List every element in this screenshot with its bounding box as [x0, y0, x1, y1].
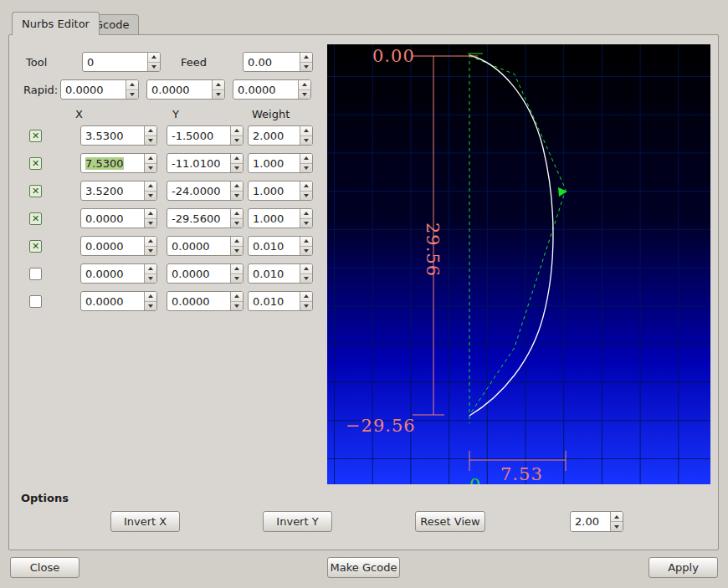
spin-down-button[interactable] — [145, 164, 156, 173]
spin-up-button[interactable] — [145, 237, 156, 247]
point-enabled-checkbox[interactable] — [29, 240, 42, 253]
spin-up-button[interactable] — [231, 154, 243, 164]
point-x-spinbox[interactable]: 3.5200 — [80, 181, 157, 201]
spin-down-button[interactable] — [145, 302, 156, 311]
spin-up-button[interactable] — [300, 209, 312, 219]
tool-spinbox[interactable]: 0 — [82, 52, 161, 72]
spin-up-button[interactable] — [300, 237, 312, 247]
point-enabled-checkbox[interactable] — [29, 185, 42, 197]
point-x-spinbox[interactable]: 0.0000 — [80, 263, 157, 284]
spin-down-button[interactable] — [231, 136, 243, 146]
spin-down-button[interactable] — [231, 302, 243, 311]
spin-up-button[interactable] — [145, 264, 156, 274]
dimension-width-label: 7.53 — [500, 464, 543, 484]
make-gcode-button[interactable]: Make Gcode — [327, 557, 400, 578]
spin-up-button[interactable] — [611, 512, 623, 522]
point-weight-spinbox[interactable]: 1.000 — [248, 181, 313, 201]
point-enabled-checkbox[interactable] — [29, 212, 42, 225]
feed-value: 0.00 — [248, 56, 272, 69]
spin-down-button[interactable] — [145, 274, 156, 284]
point-y-spinbox[interactable]: 0.0000 — [167, 236, 244, 256]
spin-down-button[interactable] — [145, 247, 156, 256]
point-y-spinbox[interactable]: 0.0000 — [167, 291, 244, 311]
point-x-spinbox[interactable]: 0.0000 — [80, 208, 157, 228]
rapid-z-spinbox[interactable]: 0.0000 — [233, 79, 311, 100]
spin-up-button[interactable] — [231, 292, 243, 302]
spin-down-button[interactable] — [300, 302, 312, 311]
spin-up-button[interactable] — [300, 53, 312, 63]
spin-down-button[interactable] — [231, 274, 243, 284]
spin-up-button[interactable] — [145, 292, 156, 302]
spin-down-button[interactable] — [611, 522, 623, 531]
spin-down-button[interactable] — [300, 136, 312, 146]
point-x-spinbox[interactable]: 7.5300 — [80, 153, 157, 173]
point-enabled-checkbox[interactable] — [29, 295, 42, 308]
spin-down-button[interactable] — [231, 219, 243, 228]
point-y-spinbox[interactable]: -24.0000 — [167, 181, 244, 201]
tab-nurbs-editor[interactable]: Nurbs Editor — [12, 12, 100, 35]
spin-up-button[interactable] — [231, 209, 243, 219]
point-x-spinbox[interactable]: 0.0000 — [80, 291, 157, 311]
spin-down-button[interactable] — [300, 192, 312, 201]
spin-down-button[interactable] — [145, 136, 156, 146]
scale-spinbox[interactable]: 2.00 — [570, 511, 623, 532]
spin-down-button[interactable] — [300, 63, 312, 72]
point-weight-spinbox[interactable]: 0.010 — [248, 263, 313, 284]
spin-down-button[interactable] — [148, 63, 160, 72]
point-enabled-checkbox[interactable] — [29, 268, 42, 280]
spin-down-button[interactable] — [299, 90, 310, 100]
spin-down-button[interactable] — [231, 164, 243, 173]
point-weight-spinbox[interactable]: 0.010 — [248, 236, 313, 256]
rapid-x-spinbox[interactable]: 0.0000 — [60, 79, 139, 100]
rapid-y-spinbox[interactable]: 0.0000 — [146, 79, 225, 100]
spin-down-button[interactable] — [126, 90, 138, 100]
point-weight-spinbox[interactable]: 1.000 — [248, 208, 313, 228]
spin-down-button[interactable] — [213, 90, 224, 100]
spin-up-button[interactable] — [231, 237, 243, 247]
spin-down-button[interactable] — [300, 219, 312, 228]
spin-up-button[interactable] — [231, 182, 243, 192]
spin-up-button[interactable] — [145, 154, 156, 164]
nurbs-plot[interactable]: 0 0.00 29.56 −29.56 7.53 — [327, 44, 710, 484]
point-weight-value: 1.000 — [253, 157, 284, 170]
spin-up-button[interactable] — [300, 126, 312, 136]
point-enabled-checkbox[interactable] — [29, 130, 42, 142]
point-y-spinbox[interactable]: -11.0100 — [167, 153, 244, 173]
invert-x-button[interactable]: Invert X — [110, 511, 180, 532]
spin-down-button[interactable] — [231, 192, 243, 201]
point-y-spinbox[interactable]: -29.5600 — [167, 208, 244, 228]
point-y-spinbox[interactable]: 0.0000 — [167, 263, 244, 284]
point-y-value: -1.5000 — [172, 130, 213, 142]
spin-down-button[interactable] — [145, 192, 156, 201]
reset-view-button[interactable]: Reset View — [415, 511, 485, 532]
point-weight-spinbox[interactable]: 1.000 — [248, 153, 313, 173]
spin-down-button[interactable] — [300, 247, 312, 256]
point-enabled-checkbox[interactable] — [29, 157, 42, 170]
spin-up-button[interactable] — [148, 53, 160, 63]
invert-y-button[interactable]: Invert Y — [263, 511, 332, 532]
apply-button[interactable]: Apply — [649, 557, 718, 578]
spin-down-button[interactable] — [231, 247, 243, 256]
spin-up-button[interactable] — [145, 209, 156, 219]
spin-up-button[interactable] — [145, 182, 156, 192]
point-x-spinbox[interactable]: 0.0000 — [80, 236, 157, 256]
spin-up-button[interactable] — [213, 80, 224, 90]
point-y-spinbox[interactable]: -1.5000 — [167, 125, 244, 146]
spin-up-button[interactable] — [300, 264, 312, 274]
spin-up-button[interactable] — [299, 80, 310, 90]
feed-spinbox[interactable]: 0.00 — [243, 52, 313, 72]
spin-down-button[interactable] — [300, 164, 312, 173]
spin-up-button[interactable] — [300, 182, 312, 192]
close-button[interactable]: Close — [10, 557, 79, 578]
point-weight-spinbox[interactable]: 2.000 — [248, 125, 313, 146]
spin-up-button[interactable] — [126, 80, 138, 90]
spin-down-button[interactable] — [300, 274, 312, 284]
point-weight-spinbox[interactable]: 0.010 — [248, 291, 313, 311]
spin-up-button[interactable] — [231, 264, 243, 274]
point-x-spinbox[interactable]: 3.5300 — [80, 125, 157, 146]
spin-up-button[interactable] — [145, 126, 156, 136]
spin-up-button[interactable] — [231, 126, 243, 136]
spin-down-button[interactable] — [145, 219, 156, 228]
spin-up-button[interactable] — [300, 292, 312, 302]
spin-up-button[interactable] — [300, 154, 312, 164]
